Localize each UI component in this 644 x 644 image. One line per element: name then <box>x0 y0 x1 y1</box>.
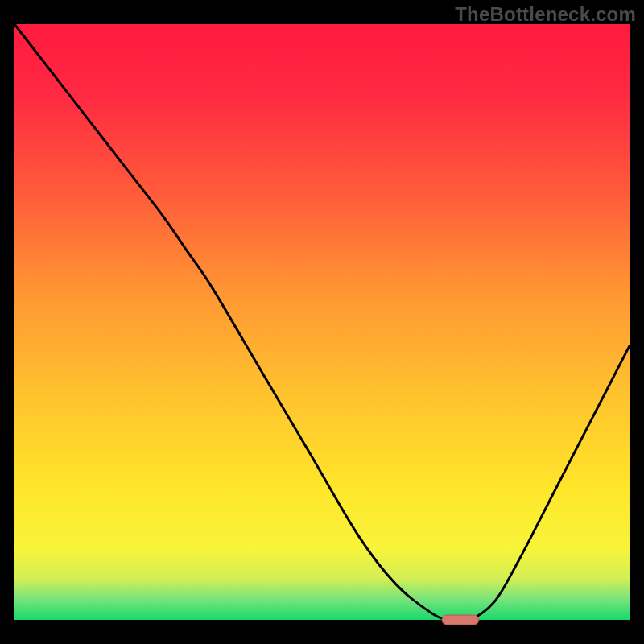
plot-background <box>14 24 630 620</box>
watermark-text: TheBottleneck.com <box>455 3 636 26</box>
bottleneck-chart <box>0 0 644 644</box>
optimal-marker <box>442 615 479 625</box>
chart-frame: TheBottleneck.com <box>0 0 644 644</box>
